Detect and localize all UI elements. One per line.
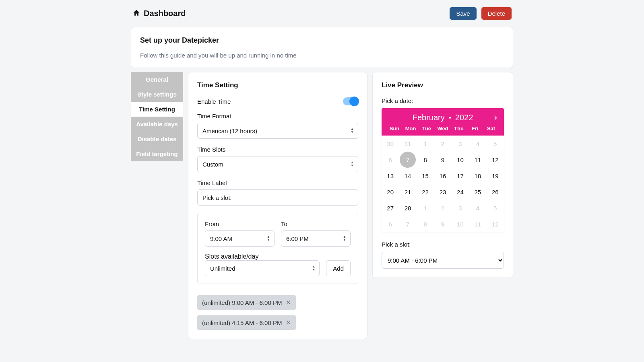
calendar-day: 6 (382, 152, 399, 168)
calendar-day[interactable]: 21 (399, 184, 416, 200)
calendar-day: 1 (417, 200, 434, 216)
to-label: To (281, 220, 351, 227)
to-value: 6:00 PM (286, 235, 309, 242)
calendar-day[interactable]: 19 (487, 168, 504, 184)
calendar-day[interactable]: 8 (417, 152, 434, 168)
calendar-day: 4 (469, 200, 486, 216)
page-title: Dashboard (144, 9, 186, 18)
calendar-day: 9 (434, 216, 451, 232)
time-slots-select[interactable]: Custom ▲▼ (197, 156, 358, 172)
pick-slot-select[interactable]: 9:00 AM - 6:00 PM (382, 252, 504, 269)
calendar-day[interactable]: 18 (469, 168, 486, 184)
tab-general[interactable]: General (131, 72, 183, 87)
from-value: 9:00 AM (210, 235, 232, 242)
slot-chip: (unlimited) 9:00 AM - 6:00 PM✕ (197, 295, 296, 310)
calendar-day: 8 (417, 216, 434, 232)
home-icon (132, 9, 140, 19)
calendar-day[interactable]: 16 (434, 168, 451, 184)
calendar-day[interactable]: 24 (452, 184, 469, 200)
calendar-day: 7 (399, 216, 416, 232)
enable-time-toggle[interactable] (343, 97, 358, 105)
calendar-day: 5 (487, 136, 504, 152)
calendar-day[interactable]: 25 (469, 184, 486, 200)
from-label: From (205, 220, 275, 227)
intro-title: Set up your Datepicker (140, 36, 504, 45)
tab-field-targeting[interactable]: Field targeting (131, 146, 183, 161)
calendar-day[interactable]: 12 (487, 152, 504, 168)
calendar-month[interactable]: February (413, 113, 445, 122)
settings-tabs: GeneralStyle settingsTime SettingAvailab… (131, 72, 183, 161)
tab-disable-dates[interactable]: Disable dates (131, 132, 183, 146)
pick-slot-label: Pick a slot: (382, 241, 504, 248)
calendar-day: 3 (452, 200, 469, 216)
tab-style-settings[interactable]: Style settings (131, 87, 183, 102)
time-label-input[interactable]: Pick a slot: (197, 189, 358, 206)
time-format-select[interactable]: American (12 hours) ▲▼ (197, 123, 358, 139)
live-preview-card: Live Preview Pick a date: February ▾ 202… (372, 72, 513, 278)
calendar-day[interactable]: 9 (434, 152, 451, 168)
calendar-day: 5 (487, 200, 504, 216)
calendar-day: 2 (434, 200, 451, 216)
calendar-day[interactable]: 28 (399, 200, 416, 216)
tab-available-days[interactable]: Available days (131, 117, 183, 132)
calendar-dow: Tue (419, 125, 435, 132)
calendar-year[interactable]: 2022 (455, 113, 473, 122)
intro-card: Set up your Datepicker Follow this guide… (131, 27, 513, 68)
calendar-day[interactable]: 20 (382, 184, 399, 200)
time-slots-value: Custom (202, 161, 223, 168)
calendar: February ▾ 2022 SunMonTueWedThuFriSat 30… (382, 108, 504, 232)
enable-time-label: Enable Time (197, 98, 231, 105)
calendar-day: 10 (452, 216, 469, 232)
slot-panel: From 9:00 AM ▲▼ To 6:00 PM ▲▼ (197, 213, 358, 284)
time-label-value: Pick a slot: (202, 194, 232, 201)
calendar-day: 6 (382, 216, 399, 232)
calendar-day: 11 (469, 216, 486, 232)
calendar-day[interactable]: 10 (452, 152, 469, 168)
chevron-down-icon[interactable]: ▾ (449, 115, 451, 121)
add-slot-button[interactable]: Add (326, 260, 351, 276)
pick-date-label: Pick a date: (382, 97, 504, 104)
preview-title: Live Preview (382, 81, 504, 89)
calendar-day: 2 (434, 136, 451, 152)
time-slots-label: Time Slots (197, 146, 358, 153)
calendar-dow: Thu (451, 125, 467, 132)
calendar-day: 4 (469, 136, 486, 152)
calendar-day[interactable]: 27 (382, 200, 399, 216)
calendar-day[interactable]: 15 (417, 168, 434, 184)
calendar-day: 12 (487, 216, 504, 232)
section-title: Time Setting (197, 81, 358, 89)
slots-avail-select[interactable]: Unlimited ▲▼ (205, 260, 320, 276)
calendar-day[interactable]: 11 (469, 152, 486, 168)
calendar-day[interactable]: 26 (487, 184, 504, 200)
calendar-day[interactable]: 23 (434, 184, 451, 200)
time-format-value: American (12 hours) (202, 128, 257, 134)
calendar-dow: Wed (435, 125, 451, 132)
calendar-day: 30 (382, 136, 399, 152)
to-select[interactable]: 6:00 PM ▲▼ (281, 230, 351, 247)
from-select[interactable]: 9:00 AM ▲▼ (205, 230, 275, 247)
calendar-day[interactable]: 17 (452, 168, 469, 184)
calendar-day: 1 (417, 136, 434, 152)
slot-chip-label: (unlimited) 4:15 AM - 6:00 PM (202, 319, 282, 326)
calendar-dow: Sun (386, 125, 402, 132)
chevron-updown-icon: ▲▼ (343, 235, 346, 242)
calendar-day[interactable]: 22 (417, 184, 434, 200)
calendar-next-button[interactable] (493, 113, 498, 123)
save-button[interactable]: Save (450, 7, 476, 20)
close-icon[interactable]: ✕ (286, 319, 291, 326)
slots-avail-value: Unlimited (210, 265, 235, 272)
close-icon[interactable]: ✕ (286, 299, 291, 306)
calendar-dow: Fri (467, 125, 483, 132)
time-label-label: Time Label (197, 179, 358, 186)
calendar-day[interactable]: 13 (382, 168, 399, 184)
calendar-day[interactable]: 14 (399, 168, 416, 184)
calendar-dow: Sat (483, 125, 499, 132)
chevron-updown-icon: ▲▼ (312, 265, 315, 272)
time-settings-card: Time Setting Enable Time Time Format Ame… (188, 72, 367, 339)
calendar-day[interactable]: 7 (400, 152, 416, 168)
calendar-day: 3 (452, 136, 469, 152)
slot-chip-label: (unlimited) 9:00 AM - 6:00 PM (202, 299, 282, 306)
chevron-updown-icon: ▲▼ (351, 128, 354, 134)
delete-button[interactable]: Delete (481, 7, 512, 20)
tab-time-setting[interactable]: Time Setting (131, 102, 183, 117)
